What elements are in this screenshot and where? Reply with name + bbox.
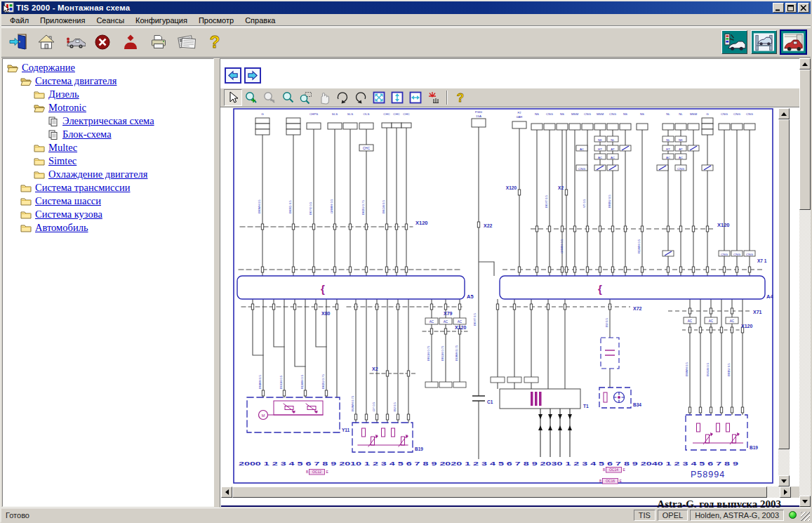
menu-sessions[interactable]: Сеансы bbox=[91, 15, 130, 26]
scroll-up-button[interactable] bbox=[778, 108, 790, 119]
exit-button[interactable] bbox=[6, 30, 31, 54]
connector-label-x120[interactable]: X120 bbox=[415, 220, 428, 226]
select-tool[interactable] bbox=[224, 89, 242, 106]
vehicle-service-icon bbox=[63, 33, 86, 51]
fit-height-icon bbox=[390, 91, 404, 105]
menu-file[interactable]: Файл bbox=[4, 15, 34, 26]
connector-label-x71-top[interactable]: X7 1 bbox=[757, 258, 767, 263]
connector-label-x120e[interactable]: X120 bbox=[741, 324, 752, 329]
tree-link[interactable]: Система кузова bbox=[35, 208, 102, 220]
block-label-y11[interactable]: Y11 bbox=[342, 428, 350, 432]
tree-link[interactable]: Охлаждение двигателя bbox=[48, 168, 147, 180]
fit-height-tool[interactable] bbox=[388, 89, 406, 106]
tree-link[interactable]: Система двигателя bbox=[35, 75, 117, 87]
tree-item-motronic: Motronic bbox=[3, 101, 213, 114]
scroll-right-button[interactable] bbox=[780, 486, 791, 498]
menu-applications[interactable]: Приложения bbox=[34, 15, 91, 26]
tree-link[interactable]: Содержание bbox=[22, 62, 75, 74]
minimize-button[interactable] bbox=[773, 3, 784, 13]
cancel-button[interactable] bbox=[90, 30, 115, 54]
panel-splitter[interactable] bbox=[214, 58, 220, 508]
forward-button[interactable] bbox=[244, 67, 261, 84]
tree-link[interactable]: Motronic bbox=[48, 102, 86, 114]
help-button[interactable]: ? bbox=[202, 30, 227, 54]
connector-label-x120b[interactable]: X120 bbox=[455, 325, 466, 330]
folder-closed-icon bbox=[34, 143, 46, 153]
diagram-canvas[interactable]: CHC X120 { bbox=[221, 108, 780, 486]
scroll-up-button[interactable] bbox=[799, 58, 811, 69]
block-label-a4[interactable]: A4 bbox=[766, 293, 773, 300]
folder-closed-icon bbox=[34, 90, 46, 100]
block-label-c1[interactable]: C1 bbox=[487, 399, 493, 404]
vehicle-garage-icon bbox=[782, 32, 805, 53]
zoom-area-tool[interactable] bbox=[297, 89, 315, 106]
connector-label-x120d[interactable]: X120 bbox=[717, 222, 730, 228]
menu-help[interactable]: Справка bbox=[239, 15, 281, 26]
menu-view[interactable]: Просмотр bbox=[193, 15, 239, 26]
tree-link[interactable]: Автомобиль bbox=[35, 222, 88, 234]
vertical-scroll-thumb[interactable] bbox=[778, 119, 790, 449]
menu-configuration[interactable]: Конфигурация bbox=[130, 15, 193, 26]
block-label-t1[interactable]: T1 bbox=[583, 404, 589, 409]
diagram-vertical-scrollbar[interactable] bbox=[778, 108, 790, 486]
vehicle-diagnostics-button[interactable] bbox=[721, 30, 747, 54]
scroll-right-icon bbox=[784, 489, 787, 495]
tree-link[interactable]: Дизель bbox=[48, 88, 79, 100]
connector-label-x22[interactable]: X22 bbox=[484, 223, 493, 228]
rotate-cw-tool[interactable] bbox=[333, 89, 352, 106]
scroll-down-button[interactable] bbox=[778, 475, 790, 486]
zoom-out-tool[interactable] bbox=[260, 89, 279, 106]
scroll-left-button[interactable] bbox=[221, 486, 232, 498]
block-label-b19-right[interactable]: B19 bbox=[750, 445, 758, 450]
vehicle-lift-button[interactable] bbox=[751, 30, 777, 54]
home-button[interactable] bbox=[34, 30, 59, 54]
vehicle-garage-button[interactable] bbox=[780, 30, 806, 54]
folder-closed-icon bbox=[20, 210, 32, 220]
connector-label-x72[interactable]: X72 bbox=[633, 306, 642, 311]
diagram-horizontal-scrollbar[interactable] bbox=[221, 486, 791, 498]
svg-text:NS: NS bbox=[640, 112, 644, 116]
document-icon bbox=[48, 117, 60, 126]
connector-label-x71[interactable]: X71 bbox=[753, 310, 762, 315]
connector-label-x120c[interactable]: X120 bbox=[506, 185, 517, 190]
tree-link[interactable]: Блок-схема bbox=[62, 128, 112, 140]
tree-link[interactable]: Электрическая схема bbox=[62, 115, 154, 127]
vehicle-service-button[interactable] bbox=[62, 30, 87, 54]
fit-page-tool[interactable] bbox=[370, 89, 388, 106]
contact-button[interactable] bbox=[118, 30, 143, 54]
documents-button[interactable] bbox=[174, 30, 199, 54]
block-label-a5[interactable]: A5 bbox=[467, 293, 474, 300]
help-tool[interactable]: ? bbox=[451, 89, 470, 106]
tree-link[interactable]: Система трансмиссии bbox=[35, 182, 131, 194]
resize-grip[interactable] bbox=[801, 512, 810, 521]
svg-text:CNG: CNG bbox=[578, 167, 585, 171]
block-label-b34[interactable]: B34 bbox=[633, 402, 641, 407]
connector-label-x79[interactable]: X79 bbox=[444, 311, 453, 316]
zoom-in-tool[interactable] bbox=[242, 89, 260, 106]
back-button[interactable] bbox=[225, 67, 241, 84]
svg-text:AC: AC bbox=[730, 319, 735, 323]
horizontal-scroll-thumb[interactable] bbox=[232, 486, 767, 498]
connector-label-x2b[interactable]: X2 bbox=[558, 185, 564, 190]
tree-link[interactable]: Multec bbox=[48, 142, 77, 154]
pan-tool[interactable] bbox=[315, 89, 333, 106]
rotate-ccw-tool[interactable] bbox=[352, 89, 370, 106]
scroll-down-button[interactable] bbox=[799, 496, 811, 507]
connector-label-x80[interactable]: X80 bbox=[321, 311, 331, 316]
hotspots-tool[interactable] bbox=[425, 89, 443, 106]
folder-closed-icon bbox=[20, 197, 32, 206]
tree-link[interactable]: Система шасси bbox=[35, 195, 101, 207]
diagram-viewer: ? bbox=[220, 58, 801, 508]
pane-scroll-thumb[interactable] bbox=[799, 69, 811, 210]
block-label-b19-left[interactable]: B19 bbox=[415, 446, 423, 451]
svg-text:{: { bbox=[598, 283, 602, 295]
fit-width-tool[interactable] bbox=[406, 89, 425, 106]
title-bar[interactable]: TIS 2000 - Монтажная схема bbox=[1, 1, 811, 14]
close-button[interactable] bbox=[798, 3, 809, 13]
maximize-button[interactable] bbox=[785, 3, 797, 13]
zoom-tool[interactable] bbox=[279, 89, 297, 106]
connector-label-x2[interactable]: X2 bbox=[372, 366, 378, 371]
pane-vertical-scrollbar[interactable] bbox=[799, 58, 811, 507]
print-button[interactable] bbox=[146, 30, 171, 54]
tree-link[interactable]: Simtec bbox=[48, 155, 76, 167]
